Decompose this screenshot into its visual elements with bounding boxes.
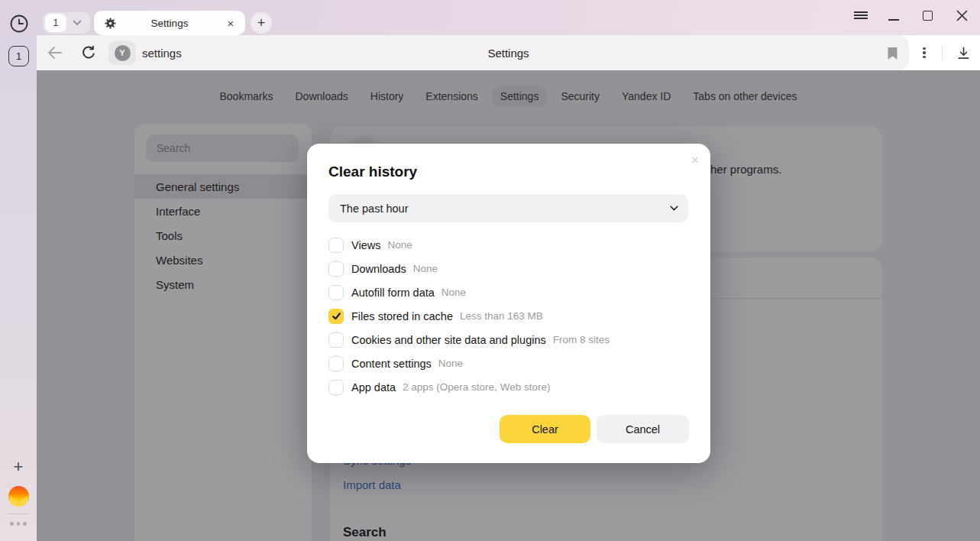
tab-group-control[interactable]: 1 <box>43 12 90 34</box>
new-tab-button[interactable]: + <box>251 12 272 34</box>
tab-close-icon[interactable]: × <box>223 11 238 35</box>
option-detail: 2 apps (Opera store, Web store) <box>403 381 550 393</box>
site-favicon-letter: Y <box>115 45 131 61</box>
option-downloads[interactable]: Downloads None <box>307 257 710 280</box>
option-label: Files stored in cache <box>351 310 453 322</box>
option-cookies[interactable]: Cookies and other site data and plugins … <box>307 328 710 351</box>
tab-strip: 1 Settings × + <box>0 0 980 35</box>
option-label: Views <box>351 239 380 251</box>
url-text[interactable]: settings <box>142 35 182 70</box>
chevron-down-icon[interactable] <box>73 20 82 26</box>
tab-settings[interactable]: Settings × <box>94 11 245 35</box>
checkbox[interactable] <box>328 332 344 348</box>
tab-group-count[interactable]: 1 <box>45 14 66 32</box>
rail-more-icon[interactable] <box>0 522 37 526</box>
window-maximize-button[interactable] <box>916 0 939 31</box>
side-rail: 1 + <box>0 35 37 541</box>
option-detail: None <box>438 358 463 369</box>
window-minimize-button[interactable] <box>882 0 905 31</box>
option-label: Cookies and other site data and plugins <box>351 334 546 346</box>
option-detail: None <box>441 287 466 298</box>
option-views[interactable]: Views None <box>307 233 710 257</box>
rail-divider <box>8 513 29 514</box>
checkbox[interactable] <box>328 285 344 300</box>
bookmark-icon[interactable] <box>884 46 901 61</box>
option-label: App data <box>351 381 396 394</box>
checkbox[interactable] <box>328 238 344 253</box>
option-label: Downloads <box>351 263 406 275</box>
reload-icon[interactable] <box>81 45 98 60</box>
clear-history-dialog: × Clear history The past hour Views None… <box>307 144 710 463</box>
rail-tab-count: 1 <box>16 50 21 62</box>
time-range-select[interactable]: The past hour <box>328 194 688 222</box>
option-autofill[interactable]: Autofill form data None <box>307 280 710 304</box>
history-clock-icon[interactable] <box>8 13 30 34</box>
browser-toolbar: Y settings Settings <box>37 35 980 70</box>
clear-button[interactable]: Clear <box>500 415 590 443</box>
option-label: Content settings <box>351 358 432 370</box>
option-detail: From 8 sites <box>553 334 610 345</box>
cancel-button[interactable]: Cancel <box>597 415 689 443</box>
site-icon[interactable]: Y <box>108 40 136 65</box>
yandex-mail-icon[interactable] <box>8 486 29 507</box>
checkbox-checked[interactable] <box>328 309 344 324</box>
dialog-title: Clear history <box>328 164 417 180</box>
back-icon[interactable] <box>47 45 64 60</box>
rail-tabs-button[interactable]: 1 <box>8 46 29 66</box>
checkbox[interactable] <box>328 261 344 277</box>
more-options-icon[interactable] <box>917 44 932 61</box>
option-label: Autofill form data <box>351 287 435 299</box>
browser-menu-icon[interactable] <box>849 0 872 31</box>
option-content-settings[interactable]: Content settings None <box>307 351 710 375</box>
time-range-value: The past hour <box>340 202 408 215</box>
download-icon[interactable] <box>955 44 972 61</box>
option-cache[interactable]: Files stored in cache Less than 163 MB <box>307 304 710 328</box>
toolbar-divider <box>942 45 943 60</box>
clear-options-list: Views None Downloads None Autofill form … <box>307 233 710 399</box>
option-app-data[interactable]: App data 2 apps (Opera store, Web store) <box>307 375 710 399</box>
dialog-close-icon[interactable]: × <box>691 154 699 167</box>
option-detail: Less than 163 MB <box>460 310 543 322</box>
option-detail: None <box>413 263 438 274</box>
window-close-button[interactable] <box>950 0 973 31</box>
chevron-down-icon <box>670 206 678 211</box>
checkbox[interactable] <box>328 380 344 395</box>
rail-add-icon[interactable]: + <box>0 456 37 478</box>
checkbox[interactable] <box>328 356 344 371</box>
option-detail: None <box>387 239 412 251</box>
